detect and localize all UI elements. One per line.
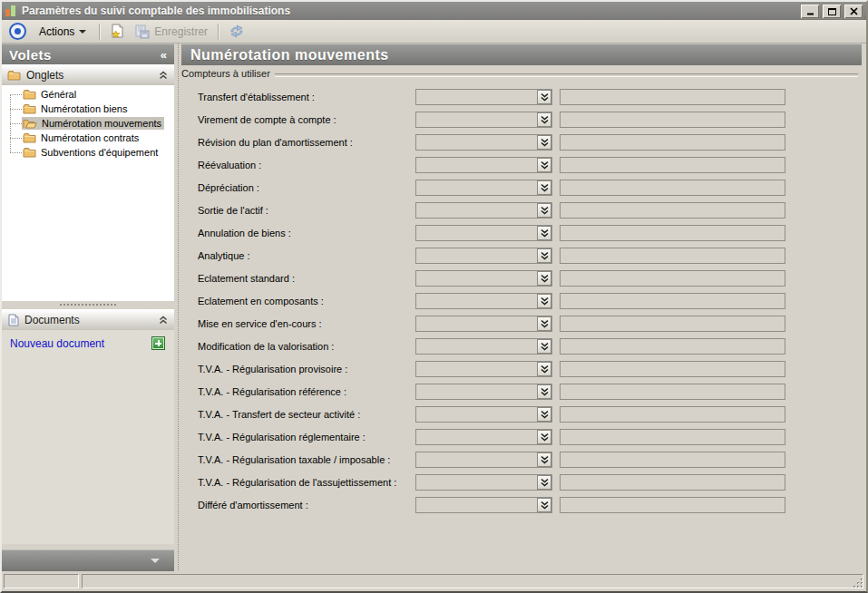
save-button[interactable]: Enregistrer bbox=[130, 23, 212, 41]
close-button[interactable] bbox=[844, 4, 863, 19]
refresh-button[interactable] bbox=[224, 23, 249, 40]
field-label: T.V.A. - Régularisation taxable / imposa… bbox=[198, 454, 390, 465]
counter-value-field[interactable] bbox=[560, 134, 785, 151]
chevron-double-down-icon bbox=[541, 410, 549, 419]
documents-section-header[interactable]: Documents bbox=[2, 309, 174, 331]
sidebar-bottom-dropdown[interactable] bbox=[2, 549, 174, 571]
counter-combo-field[interactable] bbox=[415, 384, 552, 400]
counter-value-field[interactable] bbox=[560, 474, 785, 491]
form-row: T.V.A. - Régularisation provisoire : bbox=[181, 359, 862, 382]
group-label: Compteurs à utiliser bbox=[181, 68, 270, 79]
counter-value-field[interactable] bbox=[560, 406, 785, 423]
sidebar-splitter[interactable] bbox=[2, 301, 174, 309]
counter-combo-field[interactable] bbox=[415, 293, 552, 309]
form-row: T.V.A. - Régularisation de l'assujettiss… bbox=[181, 472, 862, 495]
combo-dropdown-button[interactable] bbox=[537, 452, 551, 467]
tree-item[interactable]: Subventions d'équipement bbox=[2, 145, 174, 160]
combo-dropdown-button[interactable] bbox=[537, 135, 551, 150]
counter-combo-field[interactable] bbox=[415, 112, 552, 128]
counter-combo-field[interactable] bbox=[415, 134, 552, 151]
combo-dropdown-button[interactable] bbox=[537, 248, 551, 263]
combo-dropdown-button[interactable] bbox=[537, 271, 551, 286]
field-label: Analytique : bbox=[198, 250, 249, 261]
field-label: Virement de compte à compte : bbox=[198, 114, 336, 125]
minimize-button[interactable] bbox=[800, 4, 820, 19]
counter-combo-field[interactable] bbox=[415, 89, 552, 105]
counter-combo-field[interactable] bbox=[415, 157, 552, 173]
counter-combo-field[interactable] bbox=[415, 497, 552, 513]
counter-value-field[interactable] bbox=[560, 225, 785, 241]
combo-dropdown-button[interactable] bbox=[537, 362, 551, 376]
counter-value-field[interactable] bbox=[560, 384, 785, 400]
chevron-double-down-icon bbox=[541, 92, 549, 102]
combo-dropdown-button[interactable] bbox=[537, 226, 551, 240]
actions-label: Actions bbox=[39, 25, 74, 38]
counter-value-field[interactable] bbox=[560, 157, 785, 173]
tree-item[interactable]: Numérotation biens bbox=[2, 102, 174, 116]
add-document-button[interactable] bbox=[151, 336, 165, 350]
counter-value-field[interactable] bbox=[560, 316, 785, 332]
collapse-section-icon[interactable] bbox=[159, 71, 168, 80]
combo-dropdown-button[interactable] bbox=[537, 294, 551, 308]
combo-dropdown-button[interactable] bbox=[537, 112, 551, 127]
counter-value-field[interactable] bbox=[560, 293, 785, 309]
counter-combo-field[interactable] bbox=[415, 338, 552, 355]
counter-value-field[interactable] bbox=[560, 497, 785, 513]
combo-dropdown-button[interactable] bbox=[537, 180, 551, 195]
combo-dropdown-button[interactable] bbox=[537, 158, 551, 172]
counter-combo-field[interactable] bbox=[415, 316, 552, 332]
onglets-section-header[interactable]: Onglets bbox=[2, 64, 174, 86]
sidebar-main-splitter[interactable] bbox=[178, 44, 179, 570]
counter-value-field[interactable] bbox=[560, 338, 785, 355]
counter-value-field[interactable] bbox=[560, 180, 785, 196]
tree-stub-line bbox=[10, 123, 22, 124]
actions-menu-icon[interactable] bbox=[9, 23, 26, 40]
tree-item[interactable]: Général bbox=[2, 87, 174, 102]
combo-dropdown-button[interactable] bbox=[537, 339, 551, 354]
counter-combo-field[interactable] bbox=[415, 406, 552, 423]
combo-dropdown-button[interactable] bbox=[537, 498, 551, 512]
refresh-icon bbox=[229, 24, 245, 38]
combo-dropdown-button[interactable] bbox=[537, 430, 551, 444]
collapse-sidebar-icon[interactable]: « bbox=[161, 48, 167, 62]
actions-button[interactable]: Actions bbox=[32, 23, 93, 41]
field-label: Révision du plan d'amortissement : bbox=[198, 137, 353, 148]
counter-combo-field[interactable] bbox=[415, 452, 552, 468]
form-row: T.V.A. - Régularisation réglementaire : bbox=[181, 427, 862, 450]
collapse-section-icon[interactable] bbox=[159, 316, 168, 325]
counter-combo-field[interactable] bbox=[415, 361, 552, 377]
counter-combo-field[interactable] bbox=[415, 429, 552, 445]
counter-combo-field[interactable] bbox=[415, 474, 552, 491]
maximize-button[interactable] bbox=[822, 4, 842, 19]
resize-grip[interactable] bbox=[853, 578, 864, 589]
counter-value-field[interactable] bbox=[560, 452, 785, 468]
counter-combo-field[interactable] bbox=[415, 202, 552, 219]
minimize-icon bbox=[806, 7, 814, 15]
new-document-button[interactable] bbox=[105, 22, 130, 41]
tree-item[interactable]: Numérotation mouvements bbox=[2, 116, 174, 131]
chevron-double-down-icon bbox=[541, 160, 549, 170]
counter-value-field[interactable] bbox=[560, 361, 785, 377]
chevron-double-down-icon bbox=[541, 455, 549, 464]
counter-value-field[interactable] bbox=[560, 89, 785, 105]
combo-dropdown-button[interactable] bbox=[537, 90, 551, 104]
combo-dropdown-button[interactable] bbox=[537, 384, 551, 399]
counter-value-field[interactable] bbox=[560, 429, 785, 445]
combo-dropdown-button[interactable] bbox=[537, 475, 551, 490]
counter-combo-field[interactable] bbox=[415, 180, 552, 196]
counter-value-field[interactable] bbox=[560, 270, 785, 287]
combo-dropdown-button[interactable] bbox=[537, 407, 551, 422]
toolbar-separator bbox=[218, 24, 219, 40]
combo-dropdown-button[interactable] bbox=[537, 203, 551, 218]
counter-combo-field[interactable] bbox=[415, 248, 552, 264]
counter-combo-field[interactable] bbox=[415, 270, 552, 287]
counter-value-field[interactable] bbox=[560, 202, 785, 219]
tree-item[interactable]: Numérotation contrats bbox=[2, 131, 174, 145]
counter-value-field[interactable] bbox=[560, 248, 785, 264]
counter-combo-field[interactable] bbox=[415, 225, 552, 241]
new-document-link[interactable]: Nouveau document bbox=[10, 337, 104, 350]
counter-value-field[interactable] bbox=[560, 112, 785, 128]
chevron-double-down-icon bbox=[541, 433, 549, 442]
combo-dropdown-button[interactable] bbox=[537, 316, 551, 331]
group-box-legend: Compteurs à utiliser bbox=[181, 68, 860, 79]
